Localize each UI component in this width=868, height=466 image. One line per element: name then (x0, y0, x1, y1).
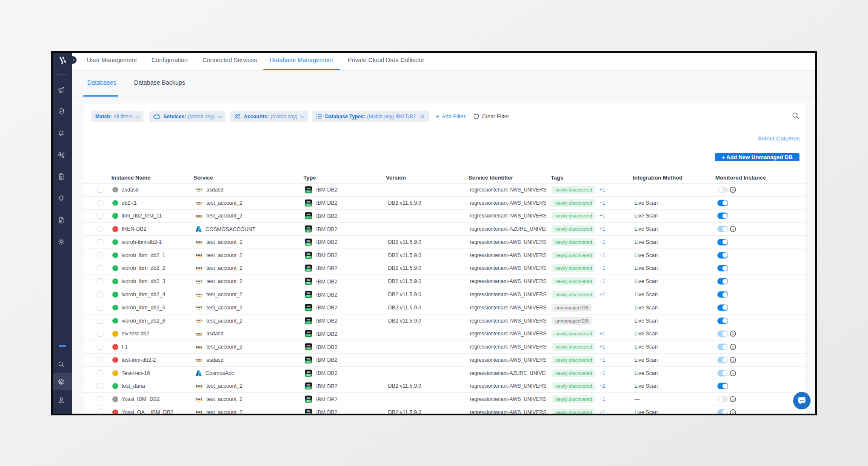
svg-text:DB2: DB2 (306, 400, 311, 402)
svg-text:aws: aws (196, 266, 203, 270)
svg-text:DB2: DB2 (306, 322, 311, 324)
svg-text:i: i (732, 188, 734, 192)
svg-text:IBM: IBM (307, 266, 311, 268)
svg-text:IBM: IBM (307, 332, 311, 334)
svg-text:aws: aws (196, 187, 203, 191)
svg-text:IBM: IBM (307, 214, 311, 216)
svg-text:i: i (732, 358, 734, 362)
svg-text:DB2: DB2 (306, 243, 311, 245)
svg-text:i: i (732, 345, 734, 349)
svg-text:DB2: DB2 (306, 204, 311, 206)
svg-text:aws: aws (196, 331, 203, 335)
svg-text:IBM: IBM (307, 384, 311, 386)
svg-text:aws: aws (196, 318, 203, 322)
svg-text:DB2: DB2 (306, 230, 311, 232)
svg-text:IBM: IBM (307, 240, 311, 242)
svg-text:i: i (732, 371, 734, 375)
svg-text:DB2: DB2 (306, 191, 311, 193)
svg-text:IBM: IBM (307, 187, 311, 189)
svg-text:IBM: IBM (307, 397, 311, 399)
svg-text:IBM: IBM (307, 279, 311, 281)
svg-text:i: i (732, 227, 734, 232)
svg-text:aws: aws (196, 200, 203, 204)
svg-text:DB2: DB2 (306, 387, 311, 389)
svg-text:DB2: DB2 (306, 361, 311, 363)
svg-text:IBM: IBM (307, 318, 311, 320)
svg-text:IBM: IBM (307, 305, 311, 307)
svg-text:IBM: IBM (307, 227, 311, 229)
svg-text:IBM: IBM (307, 292, 311, 294)
svg-text:i: i (732, 410, 734, 414)
svg-text:DB2: DB2 (306, 282, 311, 284)
svg-text:aws: aws (196, 410, 203, 414)
svg-text:DB2: DB2 (306, 295, 311, 297)
svg-text:aws: aws (196, 253, 203, 257)
svg-text:IBM: IBM (307, 410, 311, 412)
svg-text:IBM: IBM (307, 200, 311, 203)
svg-text:aws: aws (196, 344, 203, 348)
svg-text:IBM: IBM (307, 253, 311, 255)
svg-text:DB2: DB2 (306, 269, 311, 272)
svg-text:i: i (732, 397, 734, 402)
svg-text:aws: aws (196, 384, 203, 388)
svg-text:aws: aws (196, 214, 203, 217)
svg-text:DB2: DB2 (306, 374, 311, 376)
svg-text:aws: aws (196, 357, 203, 361)
svg-text:DB2: DB2 (306, 334, 311, 337)
svg-text:aws: aws (196, 279, 203, 283)
svg-text:IBM: IBM (307, 371, 311, 373)
svg-text:aws: aws (196, 240, 203, 243)
svg-text:IBM: IBM (307, 345, 311, 347)
svg-text:aws: aws (196, 397, 203, 400)
svg-text:DB2: DB2 (306, 413, 311, 414)
svg-text:aws: aws (196, 305, 203, 309)
svg-text:i: i (732, 332, 734, 336)
svg-text:aws: aws (196, 292, 203, 296)
svg-text:DB2: DB2 (306, 348, 311, 350)
svg-text:DB2: DB2 (306, 256, 311, 258)
svg-text:DB2: DB2 (306, 309, 311, 311)
svg-text:DB2: DB2 (306, 217, 311, 219)
svg-text:IBM: IBM (307, 357, 311, 360)
